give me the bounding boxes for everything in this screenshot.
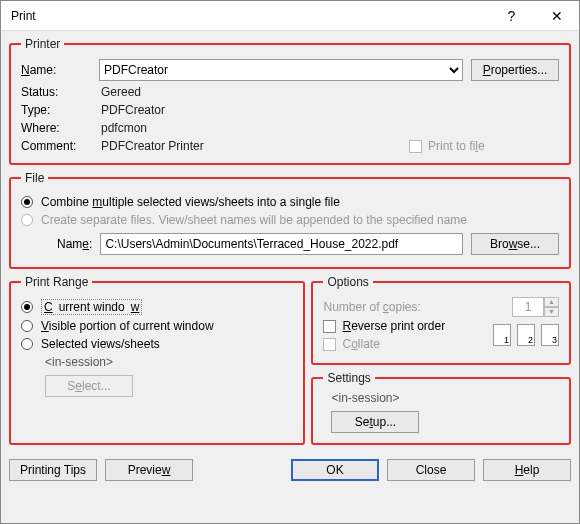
ok-button[interactable]: OK [291,459,379,481]
status-label: Status: [21,85,101,99]
setup-button[interactable]: Setup... [331,411,419,433]
window-title: Print [11,9,489,23]
printer-name-select[interactable]: PDFCreator [99,59,463,81]
separate-radio[interactable] [21,214,33,226]
collate-icons: 1 2 3 [493,324,559,346]
browse-button[interactable]: Browse... [471,233,559,255]
combine-label: Combine multiple selected views/sheets i… [41,195,340,209]
close-button[interactable]: Close [387,459,475,481]
footer: Printing Tips Preview OK Close Help [9,451,571,481]
close-icon[interactable]: ✕ [534,1,579,31]
titlebar: Print ? ✕ [1,1,579,31]
print-to-file-checkbox[interactable]: Print to file [409,139,559,153]
range-in-session: <in-session> [45,355,293,369]
copies-spinner[interactable]: ▲▼ [512,297,559,317]
properties-button[interactable]: Properties... [471,59,559,81]
printing-tips-button[interactable]: Printing Tips [9,459,97,481]
collate-icon-1: 1 [493,324,511,346]
where-value: pdfcmon [101,121,409,135]
file-name-input[interactable] [100,233,463,255]
select-button: Select... [45,375,133,397]
visible-portion-label: Visible portion of current window [41,319,214,333]
status-value: Gereed [101,85,409,99]
reverse-label: Reverse print order [342,319,445,333]
help-icon[interactable]: ? [489,1,534,31]
settings-group: Settings <in-session> Setup... [311,371,571,445]
printer-name-label: Name: [21,63,91,77]
reverse-checkbox[interactable]: Reverse print order [323,319,445,333]
current-window-label: Current window [41,299,142,315]
copies-value[interactable] [512,297,544,317]
settings-in-session: <in-session> [331,391,559,405]
collate-checkbox[interactable]: Collate [323,337,445,351]
file-group: File Combine multiple selected views/she… [9,171,571,269]
printer-group: Printer Name: PDFCreator Properties... S… [9,37,571,165]
comment-value: PDFCreator Printer [101,139,409,153]
spin-down-icon[interactable]: ▼ [544,307,559,317]
collate-label: Collate [342,337,379,351]
spin-up-icon[interactable]: ▲ [544,297,559,307]
type-value: PDFCreator [101,103,409,117]
copies-label: Number of copies: [323,300,504,314]
preview-button[interactable]: Preview [105,459,193,481]
combine-radio[interactable] [21,196,33,208]
options-legend: Options [323,275,372,289]
type-label: Type: [21,103,101,117]
range-legend: Print Range [21,275,92,289]
where-label: Where: [21,121,101,135]
collate-icon-2: 2 [517,324,535,346]
collate-icon-3: 3 [541,324,559,346]
visible-portion-radio[interactable] [21,320,33,332]
selected-views-label: Selected views/sheets [41,337,160,351]
printer-legend: Printer [21,37,64,51]
current-window-radio[interactable] [21,301,33,313]
separate-label: Create separate files. View/sheet names … [41,213,467,227]
print-to-file-label: Print to file [428,139,485,153]
file-name-label: Name: [57,237,92,251]
settings-legend: Settings [323,371,374,385]
file-legend: File [21,171,48,185]
help-button[interactable]: Help [483,459,571,481]
options-group: Options Number of copies: ▲▼ Reverse pri… [311,275,571,365]
selected-views-radio[interactable] [21,338,33,350]
print-range-group: Print Range Current window Visible porti… [9,275,305,445]
comment-label: Comment: [21,139,101,153]
